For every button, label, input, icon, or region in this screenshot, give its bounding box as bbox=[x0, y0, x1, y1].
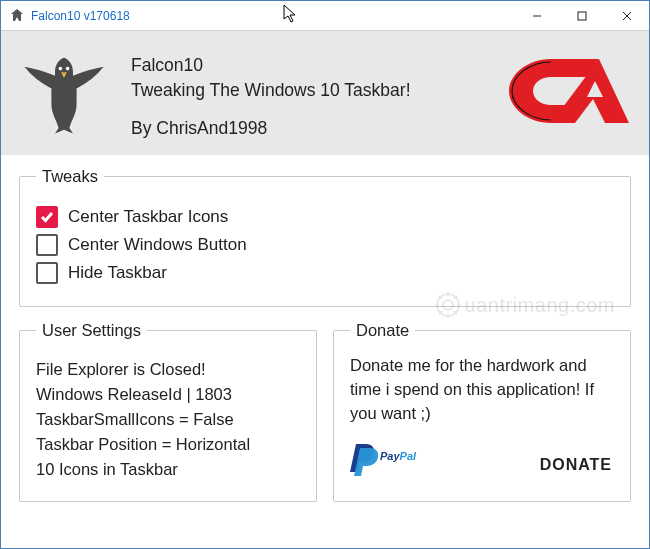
user-settings-legend: User Settings bbox=[36, 321, 147, 340]
close-button[interactable] bbox=[604, 1, 649, 30]
svg-rect-1 bbox=[578, 12, 586, 20]
minimize-button[interactable] bbox=[514, 1, 559, 30]
tweak-label: Center Taskbar Icons bbox=[68, 207, 228, 227]
tweak-label: Hide Taskbar bbox=[68, 263, 167, 283]
checkbox-center-taskbar-icons[interactable] bbox=[36, 206, 58, 228]
user-setting-line: Windows ReleaseId | 1803 bbox=[36, 385, 300, 404]
user-setting-line: TaskbarSmallIcons = False bbox=[36, 410, 300, 429]
maximize-button[interactable] bbox=[559, 1, 604, 30]
tweak-row: Hide Taskbar bbox=[36, 262, 614, 284]
svg-text:PayPal: PayPal bbox=[380, 450, 417, 462]
checkbox-center-windows-button[interactable] bbox=[36, 234, 58, 256]
tweak-row: Center Windows Button bbox=[36, 234, 614, 256]
ca-logo bbox=[491, 51, 631, 131]
user-setting-line: 10 Icons in Taskbar bbox=[36, 460, 300, 479]
titlebar: Falcon10 v170618 bbox=[1, 1, 649, 31]
donate-group: Donate Donate me for the hardwork and ti… bbox=[333, 321, 631, 502]
tweaks-group: Tweaks Center Taskbar Icons Center Windo… bbox=[19, 167, 631, 307]
window-title: Falcon10 v170618 bbox=[31, 9, 514, 23]
user-setting-line: Taskbar Position = Horizontal bbox=[36, 435, 300, 454]
tweak-label: Center Windows Button bbox=[68, 235, 247, 255]
tweaks-legend: Tweaks bbox=[36, 167, 104, 186]
donate-button[interactable]: DONATE bbox=[538, 452, 614, 478]
app-author: By ChrisAnd1998 bbox=[131, 116, 469, 141]
app-icon bbox=[9, 8, 25, 24]
donate-legend: Donate bbox=[350, 321, 415, 340]
paypal-icon[interactable]: PayPal bbox=[350, 442, 420, 478]
user-setting-line: File Explorer is Closed! bbox=[36, 360, 300, 379]
header: Falcon10 Tweaking The Windows 10 Taskbar… bbox=[1, 31, 649, 155]
svg-point-5 bbox=[66, 67, 70, 71]
checkbox-hide-taskbar[interactable] bbox=[36, 262, 58, 284]
tweak-row: Center Taskbar Icons bbox=[36, 206, 614, 228]
donate-text: Donate me for the hardwork and time i sp… bbox=[350, 354, 614, 426]
falcon-icon bbox=[19, 47, 109, 137]
user-settings-group: User Settings File Explorer is Closed! W… bbox=[19, 321, 317, 502]
app-name: Falcon10 bbox=[131, 53, 469, 78]
app-tagline: Tweaking The Windows 10 Taskbar! bbox=[131, 78, 469, 103]
svg-point-4 bbox=[59, 67, 63, 71]
